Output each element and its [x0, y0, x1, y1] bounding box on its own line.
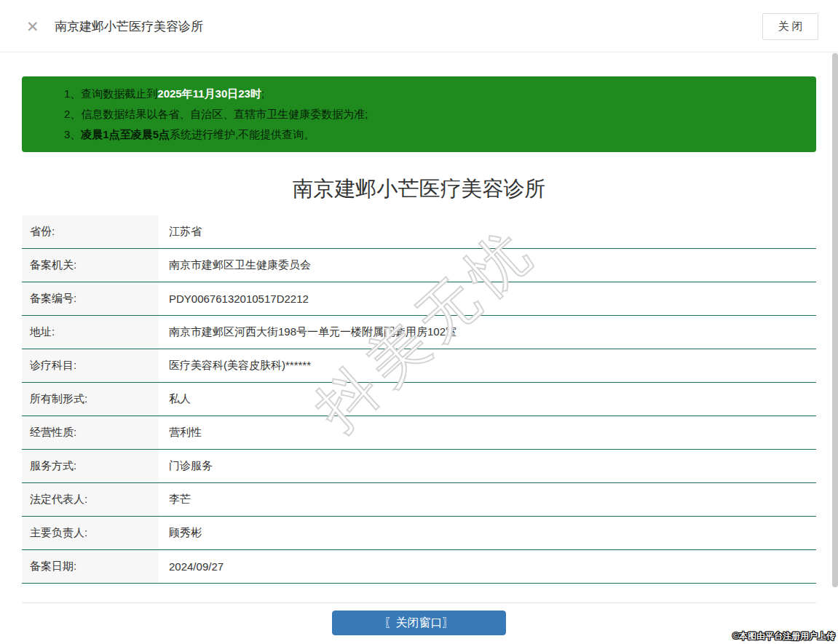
notice-line-2: 2、信息数据结果以各省、自治区、直辖市卫生健康委数据为准;	[64, 104, 802, 124]
row-label: 主要负责人:	[22, 517, 159, 549]
notice-line-1: 1、查询数据截止到2025年11月30日23时;	[64, 84, 802, 104]
header-bar: ✕ 南京建邺小芒医疗美容诊所 关 闭	[0, 0, 838, 52]
page-title: 南京建邺小芒医疗美容诊所	[0, 175, 838, 202]
row-value: 南京市建邺区河西大街198号一单元一楼附属配套用房102室	[159, 316, 816, 349]
row-label: 备案日期:	[22, 550, 159, 583]
table-row-record-number: 备案编号: PDY00676132010517D2212	[22, 282, 816, 316]
notice-line-2-num: 2、	[64, 108, 81, 120]
notice-line-3-num: 3、	[64, 128, 81, 140]
detail-table: 省份: 江苏省 备案机关: 南京市建邺区卫生健康委员会 备案编号: PDY006…	[22, 215, 816, 584]
table-row-service-mode: 服务方式: 门诊服务	[22, 450, 816, 483]
table-row-legal-representative: 法定代表人: 李芒	[22, 483, 816, 517]
row-label: 诊疗科目:	[22, 349, 159, 382]
row-value: PDY00676132010517D2212	[159, 282, 816, 315]
close-x-icon[interactable]: ✕	[26, 18, 39, 33]
row-value: 私人	[159, 383, 816, 416]
row-value: 营利性	[159, 416, 816, 449]
notice-line-3: 3、凌晨1点至凌晨5点系统进行维护,不能提供查询。	[64, 124, 802, 145]
row-value: 2024/09/27	[159, 550, 816, 583]
row-value: 南京市建邺区卫生健康委员会	[159, 249, 816, 282]
row-label: 备案机关:	[22, 249, 159, 282]
notice-line-3-post: 系统进行维护,不能提供查询。	[170, 128, 315, 140]
header-title: 南京建邺小芒医疗美容诊所	[55, 17, 203, 34]
footer-divider	[22, 603, 816, 603]
table-row-authority: 备案机关: 南京市建邺区卫生健康委员会	[22, 249, 816, 282]
table-row-address: 地址: 南京市建邺区河西大街198号一单元一楼附属配套用房102室	[22, 316, 816, 349]
table-row-record-date: 备案日期: 2024/09/27	[22, 550, 816, 584]
scrollbar-thumb[interactable]	[832, 53, 838, 587]
notice-line-2-text: 信息数据结果以各省、自治区、直辖市卫生健康委数据为准;	[81, 108, 368, 120]
notice-line-1-num: 1、	[64, 87, 81, 100]
row-label: 服务方式:	[22, 450, 159, 482]
close-window-button[interactable]: 〖关闭窗口〗	[332, 611, 506, 635]
close-button[interactable]: 关 闭	[762, 13, 818, 40]
table-row-principal: 主要负责人: 顾秀彬	[22, 517, 816, 550]
notice-line-1-post: ;	[261, 87, 264, 100]
table-row-province: 省份: 江苏省	[22, 215, 816, 249]
row-value: 顾秀彬	[159, 517, 816, 549]
notice-box: 1、查询数据截止到2025年11月30日23时; 2、信息数据结果以各省、自治区…	[22, 76, 816, 152]
copyright-stamp: ©本图由平台注册用户上传	[732, 630, 835, 643]
row-value: 医疗美容科(美容皮肤科)******	[159, 349, 816, 382]
row-value: 江苏省	[159, 215, 816, 248]
row-label: 地址:	[22, 316, 159, 349]
row-label: 省份:	[22, 215, 159, 248]
notice-line-1-text: 查询数据截止到	[81, 87, 157, 100]
row-label: 法定代表人:	[22, 483, 159, 516]
row-label: 所有制形式:	[22, 383, 159, 416]
row-label: 备案编号:	[22, 282, 159, 315]
table-row-business-nature: 经营性质: 营利性	[22, 416, 816, 450]
row-value: 门诊服务	[159, 450, 816, 482]
row-label: 经营性质:	[22, 416, 159, 449]
notice-line-1-bold: 2025年11月30日23时	[157, 87, 261, 100]
row-value: 李芒	[159, 483, 816, 516]
notice-line-3-bold: 凌晨1点至凌晨5点	[81, 128, 170, 140]
table-row-ownership: 所有制形式: 私人	[22, 383, 816, 416]
table-row-departments: 诊疗科目: 医疗美容科(美容皮肤科)******	[22, 349, 816, 383]
